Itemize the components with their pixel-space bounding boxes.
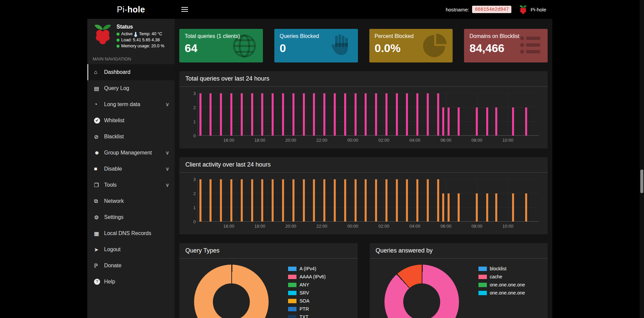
queries-over-time-chart[interactable]: 012316:0018:0020:0022:0000:0002:0004:000… <box>179 87 548 148</box>
summary-card-queries-blocked[interactable]: Queries Blocked0 <box>274 29 358 62</box>
bar <box>220 179 222 222</box>
x-axis-tick: 04:00 <box>409 224 420 229</box>
legend-swatch <box>478 283 487 287</box>
sidebar-item-label: Dashboard <box>104 69 130 75</box>
address-book-icon: ▦ <box>94 230 104 237</box>
bar <box>406 179 408 222</box>
bar <box>442 107 444 136</box>
home-icon: ⌂ <box>94 69 104 75</box>
scrollbar-track[interactable] <box>640 0 644 318</box>
bar <box>210 179 212 222</box>
bar <box>303 179 305 222</box>
raspberry-icon <box>519 5 527 14</box>
main-content: Total queries (1 clients)64Queries Block… <box>175 19 552 318</box>
h-gridline <box>198 179 539 179</box>
card-label: Queries Blocked <box>280 33 353 39</box>
bar <box>282 179 284 222</box>
legend-item[interactable]: cache <box>478 274 525 279</box>
bar <box>416 93 418 136</box>
legend-item[interactable]: ANY <box>288 282 326 287</box>
sidebar-item-long-term-data[interactable]: ◔Long term data∨ <box>87 96 175 112</box>
brand-bold: hole <box>127 5 145 14</box>
stop-icon: ■ <box>94 166 104 172</box>
legend-item[interactable]: PTR <box>288 306 326 312</box>
client-activity-title: Client activity over last 24 hours <box>179 157 548 173</box>
sidebar-item-help[interactable]: ?Help <box>87 274 175 290</box>
legend-item[interactable]: SOA <box>288 298 326 304</box>
summary-card-total-queries-1-clients[interactable]: Total queries (1 clients)64 <box>179 29 263 62</box>
v-gridline <box>415 93 415 136</box>
bar <box>251 179 253 222</box>
sidebar-item-settings[interactable]: ⚙Settings <box>87 209 175 225</box>
sidebar-item-tools[interactable]: ❐Tools∨ <box>87 177 175 193</box>
sidebar-section-label: MAIN NAVIGATION <box>87 54 175 64</box>
brand-prefix: Pi- <box>117 5 127 14</box>
sidebar-item-network[interactable]: ⧉Network <box>87 193 175 209</box>
legend-item[interactable]: TXT <box>288 314 326 318</box>
y-axis-tick: 0 <box>186 133 196 138</box>
legend-item[interactable]: one.one.one.one <box>478 282 525 287</box>
bar <box>355 93 357 136</box>
bar <box>495 107 497 136</box>
sidebar-item-whitelist[interactable]: ✔Whitelist <box>87 112 175 129</box>
sidebar-item-logout[interactable]: ➤Logout <box>87 241 175 258</box>
v-gridline <box>229 93 229 136</box>
legend-label: one.one.one.one <box>490 282 525 287</box>
sidebar-item-label: Group Management <box>104 150 152 156</box>
bar <box>385 93 387 136</box>
legend-item[interactable]: one.one.one.one <box>478 290 525 296</box>
v-gridline <box>508 93 508 136</box>
hamburger-icon[interactable] <box>177 4 192 15</box>
x-axis-tick: 06:00 <box>441 224 452 229</box>
sidebar-item-donate[interactable]: ℙDonate <box>87 258 175 274</box>
bar <box>486 107 488 136</box>
scrollbar-thumb[interactable] <box>640 170 643 193</box>
sidebar-item-disable[interactable]: ■Disable∨ <box>87 161 175 177</box>
queries-over-time-panel: Total queries over last 24 hours 012316:… <box>179 71 548 148</box>
sidebar-item-local-dns-records[interactable]: ▦Local DNS Records <box>87 225 175 241</box>
bar <box>525 107 527 136</box>
status-dot-icon <box>117 45 120 48</box>
card-label: Domains on Blocklist <box>469 33 542 39</box>
legend-item[interactable]: AAAA (IPv6) <box>288 274 326 279</box>
summary-card-domains-on-blocklist[interactable]: Domains on Blocklist84,466 <box>464 29 548 62</box>
bar <box>323 93 325 136</box>
legend-swatch <box>478 275 487 279</box>
chevron-down-icon: ∨ <box>166 166 169 172</box>
x-axis-tick: 00:00 <box>348 138 359 143</box>
v-gridline <box>322 179 322 222</box>
summary-cards: Total queries (1 clients)64Queries Block… <box>179 29 548 62</box>
donut-chart[interactable] <box>194 265 269 318</box>
legend-item[interactable]: A (IPv4) <box>288 266 326 271</box>
sidebar-item-label: Blacklist <box>104 134 124 140</box>
query-types-panel: Query Types A (IPv4)AAAA (IPv6)ANYSRVSOA… <box>179 243 358 318</box>
legend-label: SRV <box>300 290 309 296</box>
brand-logo[interactable]: Pi-hole <box>87 0 175 19</box>
donut-chart[interactable] <box>384 265 459 318</box>
sidebar-item-label: Query Log <box>104 85 129 91</box>
bar <box>458 193 460 222</box>
legend-item[interactable]: blocklist <box>478 266 525 271</box>
x-axis-tick: 20:00 <box>285 138 296 143</box>
sidebar-item-group-management[interactable]: ☻Group Management∨ <box>87 145 175 161</box>
v-gridline <box>260 179 260 222</box>
bar <box>334 93 336 136</box>
summary-card-percent-blocked[interactable]: Percent Blocked0.0% <box>369 29 453 62</box>
sidebar-item-dashboard[interactable]: ⌂Dashboard <box>87 64 175 80</box>
legend-label: A (IPv4) <box>300 266 316 271</box>
query-types-chart[interactable]: A (IPv4)AAAA (IPv6)ANYSRVSOAPTRTXTNAPTR <box>179 259 358 318</box>
bar <box>355 179 357 222</box>
client-activity-chart[interactable]: 012316:0018:0020:0022:0000:0002:0004:000… <box>179 173 548 234</box>
sidebar-item-label: Whitelist <box>104 118 124 124</box>
sidebar-item-blacklist[interactable]: ⊘Blacklist <box>87 129 175 145</box>
legend-swatch <box>478 267 487 271</box>
hostname-badge: 666154e2d947 <box>472 6 511 13</box>
sidebar-menu: ⌂Dashboard▤Query Log◔Long term data∨✔Whi… <box>87 64 175 290</box>
answered-by-chart[interactable]: blocklistcacheone.one.one.oneone.one.one… <box>370 259 548 318</box>
sidebar-item-label: Local DNS Records <box>104 230 151 236</box>
legend-swatch <box>288 291 296 295</box>
v-gridline <box>353 93 353 136</box>
legend-item[interactable]: SRV <box>288 290 326 296</box>
sidebar-item-query-log[interactable]: ▤Query Log <box>87 80 175 96</box>
bar <box>476 107 478 136</box>
